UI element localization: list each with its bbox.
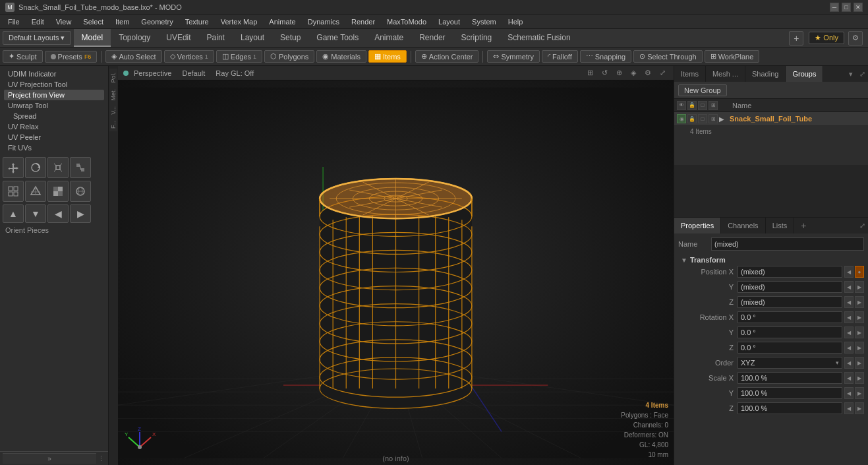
- layouts-dropdown[interactable]: Default Layouts ▾: [3, 31, 71, 45]
- vertices-button[interactable]: ◇ Vertices 1: [164, 50, 214, 63]
- col-eye-icon[interactable]: 👁: [677, 101, 686, 110]
- sidebar-item-uv-projection[interactable]: UV Projection Tool: [4, 79, 104, 90]
- rp-add-tab[interactable]: +: [797, 218, 810, 233]
- tool-rotate[interactable]: [25, 157, 46, 178]
- falloff-button[interactable]: ◜ Falloff: [542, 50, 578, 63]
- menu-select[interactable]: Select: [78, 16, 109, 27]
- tab-scripting[interactable]: Scripting: [453, 29, 500, 47]
- prop-order-ctrl2[interactable]: ▶: [855, 357, 864, 369]
- row-eye-icon[interactable]: ◉: [677, 114, 686, 123]
- tab-animate[interactable]: Animate: [366, 29, 411, 47]
- tab-game-tools[interactable]: Game Tools: [308, 29, 366, 47]
- prop-rotation-x-value[interactable]: 0.0 °: [738, 311, 842, 323]
- menu-help[interactable]: Help: [503, 16, 529, 27]
- prop-scale-x-value[interactable]: 100.0 %: [738, 372, 842, 384]
- prop-rotation-z-ctrl-right[interactable]: ▶: [855, 342, 864, 354]
- sidebar-item-project-from-view[interactable]: Project from View: [4, 90, 104, 100]
- transform-arrow[interactable]: ▼: [681, 257, 687, 264]
- rp-expand[interactable]: ⤢: [857, 66, 868, 82]
- arrow-left[interactable]: ◀: [47, 204, 69, 223]
- row-box-icon[interactable]: □: [698, 114, 707, 123]
- sidebar-options[interactable]: ⋮: [96, 454, 105, 463]
- group-row-main[interactable]: ◉ 🔒 □ ⊞ ▶ Snack_Small_Foil_Tube: [674, 112, 868, 126]
- prop-rotation-y-ctrl-left[interactable]: ◀: [844, 326, 854, 338]
- auto-select-button[interactable]: ◈ Auto Select: [105, 50, 161, 63]
- viewport-orient-btn[interactable]: ⊞: [584, 67, 596, 79]
- col-grid-icon[interactable]: ⊞: [709, 101, 718, 110]
- viewport-canvas[interactable]: X Y Z 4 Items Polygons : Face Channels: …: [118, 80, 674, 465]
- rp-tab-arrow[interactable]: ▾: [845, 66, 857, 82]
- tool-transform[interactable]: [70, 157, 91, 178]
- arrow-right[interactable]: ▶: [70, 204, 91, 223]
- prop-ctrl-orange[interactable]: ●: [855, 266, 864, 278]
- rp-tab-channels[interactable]: Channels: [721, 218, 765, 233]
- polygons-button[interactable]: ⬡ Polygons: [264, 50, 314, 63]
- side-tab-met[interactable]: Met.: [109, 86, 117, 104]
- menu-texture[interactable]: Texture: [180, 16, 214, 27]
- select-through-button[interactable]: ⊙ Select Through: [633, 50, 702, 63]
- rp-bottom-expand[interactable]: ⤢: [857, 218, 868, 233]
- prop-order-ctrl[interactable]: ◀: [844, 357, 854, 369]
- prop-scale-z-ctrl-right[interactable]: ▶: [855, 402, 864, 414]
- group-expand-arrow[interactable]: ▶: [719, 115, 724, 123]
- prop-scale-y-value[interactable]: 100.0 %: [738, 387, 842, 399]
- rp-tab-properties[interactable]: Properties: [674, 218, 721, 233]
- col-box-icon[interactable]: □: [698, 101, 707, 110]
- prop-position-y-value[interactable]: (mixed): [738, 281, 842, 293]
- viewport-expand-btn[interactable]: ⤢: [656, 67, 668, 79]
- sidebar-item-uv-relax[interactable]: UV Relax: [4, 121, 104, 132]
- side-tab-pol[interactable]: Pol.: [109, 70, 117, 86]
- rp-tab-groups[interactable]: Groups: [786, 66, 823, 82]
- workplane-button[interactable]: ⊞ WorkPlane: [705, 50, 760, 63]
- prop-ctrl-left[interactable]: ◀: [844, 266, 854, 278]
- col-lock-icon[interactable]: 🔒: [687, 101, 697, 110]
- viewport-settings-btn[interactable]: ⚙: [642, 67, 654, 79]
- prop-position-z-ctrl-left[interactable]: ◀: [844, 296, 854, 308]
- presets-button[interactable]: Presets F6: [45, 51, 98, 63]
- tab-uvedit[interactable]: UVEdit: [158, 29, 198, 47]
- prop-position-x-value[interactable]: (mixed): [738, 266, 842, 278]
- row-grid-icon[interactable]: ⊞: [709, 114, 718, 123]
- sidebar-item-spread[interactable]: Spread: [4, 111, 104, 121]
- menu-dynamics[interactable]: Dynamics: [303, 16, 345, 27]
- viewport[interactable]: Perspective Default Ray GL: Off ⊞ ↺ ⊕ ◈ …: [118, 66, 674, 465]
- tool-scale[interactable]: [47, 157, 69, 178]
- prop-rotation-z-value[interactable]: 0.0 °: [738, 342, 842, 354]
- menu-render[interactable]: Render: [346, 16, 380, 27]
- materials-button[interactable]: ◉ Materials: [316, 50, 366, 63]
- minimize-button[interactable]: ─: [830, 3, 839, 12]
- snapping-button[interactable]: ⋯ Snapping: [580, 50, 632, 63]
- settings-button[interactable]: ⚙: [848, 31, 863, 46]
- prop-rotation-y-value[interactable]: 0.0 °: [738, 326, 842, 338]
- sculpt-button[interactable]: ✦ Sculpt: [3, 50, 43, 63]
- prop-scale-x-ctrl-right[interactable]: ▶: [855, 372, 864, 384]
- action-center-button[interactable]: ⊕ Action Center: [415, 50, 479, 63]
- menu-item[interactable]: Item: [110, 16, 134, 27]
- prop-scale-y-ctrl-left[interactable]: ◀: [844, 387, 854, 399]
- prop-rotation-x-ctrl-left[interactable]: ◀: [844, 311, 854, 323]
- prop-rotation-z-ctrl-left[interactable]: ◀: [844, 342, 854, 354]
- menu-animate[interactable]: Animate: [264, 16, 301, 27]
- tab-topology[interactable]: Topology: [111, 29, 158, 47]
- prop-name-value[interactable]: (mixed): [711, 237, 864, 251]
- side-tab-f[interactable]: F...: [109, 118, 117, 131]
- row-lock-icon[interactable]: 🔒: [687, 114, 697, 123]
- default-label[interactable]: Default: [182, 69, 205, 77]
- sidebar-item-unwrap[interactable]: Unwrap Tool: [4, 100, 104, 111]
- sidebar-item-udim[interactable]: UDIM Indicator: [4, 69, 104, 79]
- sidebar-item-uv-peeler[interactable]: UV Peeler: [4, 132, 104, 142]
- close-button[interactable]: ✕: [854, 3, 863, 12]
- menu-maxtomodo[interactable]: MaxToModo: [382, 16, 432, 27]
- tab-render[interactable]: Render: [411, 29, 453, 47]
- add-tab-button[interactable]: +: [789, 31, 803, 46]
- tab-setup[interactable]: Setup: [272, 29, 308, 47]
- maximize-button[interactable]: □: [842, 3, 851, 12]
- arrow-up[interactable]: ▲: [3, 204, 24, 223]
- prop-rotation-y-ctrl-right[interactable]: ▶: [855, 326, 864, 338]
- new-group-button[interactable]: New Group: [678, 84, 727, 96]
- prop-order-value[interactable]: XYZ ▾: [738, 357, 842, 369]
- edges-button[interactable]: ◫ Edges 1: [216, 50, 262, 63]
- menu-view[interactable]: View: [51, 16, 77, 27]
- prop-position-y-ctrl-left[interactable]: ◀: [844, 281, 854, 293]
- viewport-refresh-btn[interactable]: ↺: [598, 67, 610, 79]
